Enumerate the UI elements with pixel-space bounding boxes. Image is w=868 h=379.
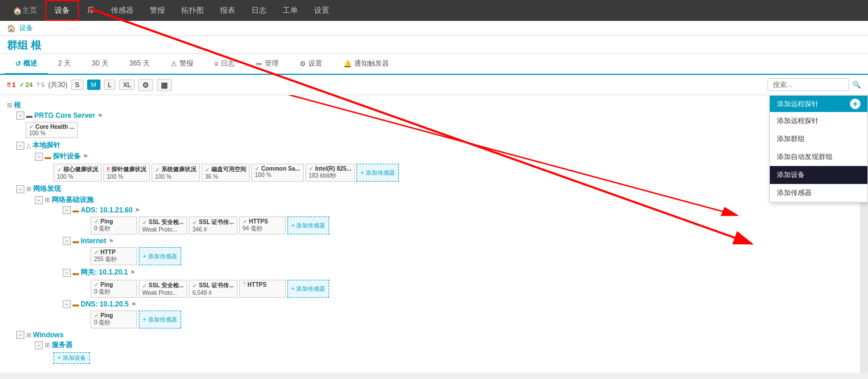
sensor-ok-ind4: ✓	[255, 165, 260, 172]
prtg-core-server-row: − ▬ PRTG Core Server ⚑	[16, 111, 861, 120]
sensor-ads-ssl-cert[interactable]: ✓ SSL 证书传... 346 #	[189, 216, 237, 234]
local-probe-expand[interactable]: −	[16, 142, 24, 150]
overview-icon: ↺	[15, 60, 21, 68]
local-probe-label[interactable]: 本地探针	[33, 140, 60, 150]
server-label[interactable]: 服务器	[52, 340, 73, 350]
network-infra-expand[interactable]: −	[35, 196, 43, 204]
sensor-core-health-probe[interactable]: ✓ 核心健康状况 100 %	[53, 164, 102, 182]
dns-device-label[interactable]: DNS: 10.1.20.5	[81, 300, 129, 308]
nav-settings[interactable]: 设置	[306, 0, 337, 21]
sensor-ok-indicator: ✓	[29, 124, 34, 130]
sensor-common-sa[interactable]: ✓ Common Sa... 100 %	[251, 164, 304, 182]
sensor-gateway-https[interactable]: ? HTTPS	[239, 280, 286, 298]
dropdown-add-remote-probe[interactable]: 添加远程探针	[770, 112, 867, 130]
manage-icon: ≔	[255, 60, 262, 68]
sensor-disk-space[interactable]: ✓ 磁盘可用空间 36 %	[201, 164, 250, 182]
tab-alerts[interactable]: ⚠ 警报	[160, 54, 204, 75]
server-expand[interactable]: −	[35, 341, 43, 349]
sensor-ads-ssl-check[interactable]: ✓ SSL 安全检... Weak Proto...	[139, 216, 187, 234]
dropdown-add-device[interactable]: 添加设备	[770, 166, 867, 184]
size-xl-button[interactable]: XL	[119, 80, 135, 90]
nav-sensors[interactable]: 传感器	[103, 0, 142, 21]
nav-devices[interactable]: 设备	[45, 0, 79, 21]
internet-flag: ⚑	[109, 238, 114, 244]
tab-settings[interactable]: ⚙ 设置	[289, 54, 333, 75]
sensor-gateway-ssl-cert[interactable]: ✓ SSL 证书传... 6,549 #	[189, 280, 237, 298]
prtg-server-icon: ▬	[26, 112, 33, 119]
dropdown-plus-icon[interactable]: +	[850, 99, 860, 109]
server-add-row: + 添加设备	[53, 352, 861, 364]
sensor-probe-health[interactable]: ‼ 探针健康状况 100 %	[103, 164, 150, 182]
gateway-device-label[interactable]: 网关: 10.1.20.1	[81, 268, 128, 277]
sensor-core-health[interactable]: ✓ Core Health ... 100 %	[26, 122, 78, 138]
add-sensor-internet-button[interactable]: + 添加传感器	[139, 247, 181, 265]
internet-expand[interactable]: −	[63, 237, 71, 245]
internet-device-label[interactable]: Internet	[81, 237, 106, 245]
size-s-button[interactable]: S	[71, 80, 83, 90]
add-sensor-dns-button[interactable]: + 添加传感器	[139, 311, 181, 329]
root-label[interactable]: 根	[14, 100, 21, 110]
sensor-system-health[interactable]: ✓ 系统健康状况 100 %	[152, 164, 200, 182]
nav-alerts[interactable]: 警报	[142, 0, 173, 21]
nav-tickets[interactable]: 工单	[275, 0, 306, 21]
add-sensor-ads-button[interactable]: + 添加传感器	[287, 216, 330, 234]
sensor-gateway-ssl-check[interactable]: ✓ SSL 安全检... Weak Proto...	[139, 280, 187, 298]
nav-logs[interactable]: 日志	[243, 0, 275, 21]
internet-device-icon: ▬	[73, 237, 79, 244]
ads-sensors-row: ✓ Ping 0 毫秒 ✓ SSL 安全检... Weak Proto...	[91, 216, 861, 234]
tab-notifications[interactable]: 🔔 通知触发器	[333, 54, 399, 75]
sensor-dns-ping[interactable]: ✓ Ping 0 毫秒	[91, 311, 137, 329]
nav-home[interactable]: 🏠 主页	[5, 0, 45, 21]
alert-icon: ⚠	[171, 60, 177, 68]
tab-30days[interactable]: 30 天	[81, 54, 119, 75]
tab-2days[interactable]: 2 天	[48, 54, 81, 75]
probe-device-expand[interactable]: −	[35, 153, 43, 161]
prtg-expand-toggle[interactable]: −	[16, 111, 24, 120]
add-sensor-gateway-button[interactable]: + 添加传感器	[287, 280, 330, 298]
size-l-button[interactable]: L	[104, 80, 116, 90]
tab-overview[interactable]: ↺ 概述	[5, 54, 48, 75]
sensor-ads-ping[interactable]: ✓ Ping 0 毫秒	[91, 216, 137, 234]
sensor-internet-http[interactable]: ✓ HTTP 255 毫秒	[91, 247, 137, 265]
ads-https-ind: ✓	[243, 218, 247, 225]
add-sensor-probe-button[interactable]: + 添加传感器	[356, 164, 399, 182]
size-m-button[interactable]: M	[87, 80, 100, 90]
nav-reports[interactable]: 报表	[212, 0, 243, 21]
add-device-server-button[interactable]: + 添加设备	[53, 352, 90, 364]
sensor-ok-ind1: ✓	[57, 167, 62, 173]
search-input[interactable]	[768, 78, 849, 91]
sensor-intel-network[interactable]: ✓ Intel(R) 825... 183 kbit/秒	[305, 164, 355, 182]
dropdown-add-group[interactable]: 添加群组	[770, 130, 867, 148]
nav-topology[interactable]: 拓扑图	[173, 0, 212, 21]
grid-button[interactable]: ▦	[157, 79, 172, 91]
tab-logs[interactable]: ≡ 日志	[204, 54, 245, 75]
gateway-expand[interactable]: −	[63, 269, 71, 277]
breadcrumb-item[interactable]: 设备	[19, 23, 33, 33]
sensor-gateway-ping[interactable]: ✓ Ping 0 毫秒	[91, 280, 137, 298]
windows-expand[interactable]: −	[16, 331, 24, 339]
tab-manage[interactable]: ≔ 管理	[245, 54, 289, 75]
windows-label[interactable]: Windows	[33, 331, 64, 339]
prtg-core-server-label[interactable]: PRTG Core Server	[34, 111, 95, 120]
sensor-ads-https[interactable]: ✓ HTTPS 94 毫秒	[239, 216, 286, 234]
main-content: ⊞ 根 − ▬ PRTG Core Server ⚑ ✓ Core Health…	[0, 95, 868, 373]
ads-expand[interactable]: −	[63, 206, 71, 214]
dropdown-add-sensor[interactable]: 添加传感器	[770, 184, 867, 202]
network-discovery-expand[interactable]: −	[16, 185, 24, 193]
ads-device-label[interactable]: ADS: 10.1.21.60	[81, 206, 132, 214]
probe-sensors-row: ✓ 核心健康状况 100 % ‼ 探针健康状况 100 % ✓ 系统健康状况	[53, 164, 861, 182]
gear-button[interactable]: ⚙	[138, 79, 153, 91]
dropdown-header-label: 添加远程探针	[777, 99, 819, 109]
ads-device-row: − ▬ ADS: 10.1.21.60 ⚑	[63, 205, 861, 215]
probe-device-label[interactable]: 探针设备	[53, 151, 81, 161]
tab-365days[interactable]: 365 天	[119, 54, 160, 75]
bell-icon: 🔔	[343, 60, 352, 68]
dropdown-add-autodiscovery-group[interactable]: 添加自动发现群组	[770, 148, 867, 166]
gw-ssl-ind: ✓	[142, 283, 147, 289]
ads-ssl-ind: ✓	[142, 219, 147, 226]
network-infra-label[interactable]: 网络基础设施	[52, 195, 93, 205]
dns-expand[interactable]: −	[63, 300, 71, 308]
nav-library[interactable]: 库	[79, 0, 103, 21]
network-discovery-label[interactable]: 网络发现	[33, 184, 61, 194]
server-row: − ⊞ 服务器	[35, 340, 861, 351]
